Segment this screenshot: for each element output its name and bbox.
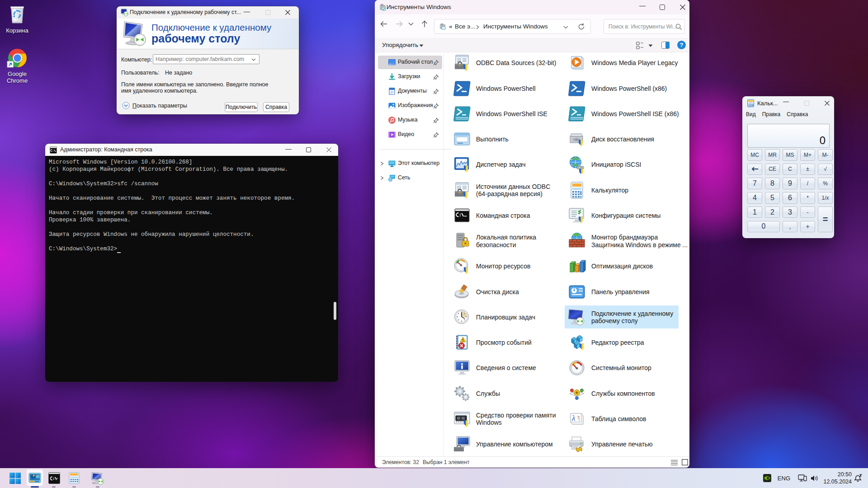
svg-text:λ: λ	[571, 414, 575, 422]
